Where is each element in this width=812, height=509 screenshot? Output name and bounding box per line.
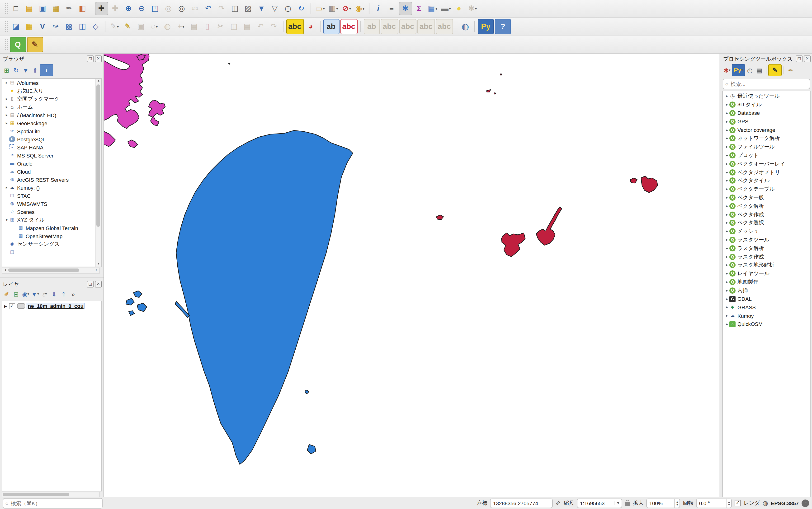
toolbox-group-item[interactable]: ▸ ベクタ一般 — [723, 193, 810, 202]
expander-icon[interactable]: ▸ — [4, 303, 7, 309]
panel-overflow-button[interactable]: » — [68, 290, 78, 299]
map-canvas[interactable] — [104, 54, 719, 497]
expander-icon[interactable]: ▸ — [725, 153, 729, 158]
filter-legend-button[interactable]: ▼ ▾ — [30, 290, 40, 299]
project-new-button[interactable]: □ — [10, 2, 22, 15]
expander-icon[interactable]: ▸ — [725, 297, 729, 301]
expander-icon[interactable]: ▸ — [725, 128, 729, 132]
locator-search-input[interactable] — [10, 500, 100, 506]
toolbox-group-item[interactable]: ▸ プロット — [723, 151, 810, 160]
toolbox-group-item[interactable]: ▸ ベクタジオメトリ — [723, 168, 810, 176]
expander-icon[interactable]: ▸ — [725, 111, 729, 115]
float-panel-icon[interactable]: ◱ — [87, 56, 94, 62]
toolbox-group-item[interactable]: ▸ GDAL — [723, 295, 810, 303]
new-gpx-layer-button[interactable]: ◇ — [90, 21, 102, 33]
data-source-manager-button[interactable]: ◪ — [10, 21, 22, 33]
browser-vertical-scrollbar[interactable]: ▴ ▾ — [95, 79, 101, 267]
expand-all-button[interactable]: ⇓ — [50, 290, 59, 299]
expander-icon[interactable]: ▸ — [4, 121, 9, 125]
redo-button[interactable]: ↷ — [268, 21, 280, 33]
toolbox-group-item[interactable]: ▸ ベクタオーバーレイ — [723, 160, 810, 168]
toolbox-options-button[interactable]: ✒ — [786, 65, 795, 75]
toolbar-button[interactable] — [475, 21, 475, 32]
senkaku-dot[interactable] — [494, 93, 496, 94]
expander-icon[interactable]: ▸ — [725, 204, 729, 208]
pan-to-selection-button[interactable]: ✚ — [109, 2, 122, 15]
select-features-button[interactable]: ▭ ▾ — [314, 2, 326, 15]
green-island[interactable] — [305, 390, 308, 394]
toolbox-group-item[interactable]: ▸ ベクタ選択 — [723, 219, 810, 227]
toggle-editing-button[interactable]: ✎ — [122, 21, 134, 33]
toolbox-group-item[interactable]: ▸ 内挿 — [723, 286, 810, 295]
toolbox-group-item[interactable]: ▸ Database — [723, 109, 810, 117]
project-save-button[interactable]: ▣ — [37, 2, 49, 15]
vertex-tool-button[interactable]: + ▾ — [175, 21, 187, 33]
expander-icon[interactable]: ▸ — [725, 271, 729, 276]
browser-item[interactable]: SAP HANA — [2, 143, 96, 151]
multiedit-attributes-button[interactable]: ▤ — [188, 21, 200, 33]
toolbar-button[interactable] — [92, 3, 92, 14]
browser-item[interactable] — [2, 248, 96, 256]
browser-item[interactable]: ▸ GeoPackage — [2, 119, 96, 127]
expander-icon[interactable]: ▸ — [725, 136, 729, 141]
toolbar-button[interactable] — [320, 21, 320, 32]
toolbox-group-item[interactable]: ▸ ベクタタイル — [723, 176, 810, 185]
feature-action-button[interactable]: ✱ ▾ — [466, 2, 479, 15]
browser-item[interactable]: センサーシングス — [2, 240, 96, 248]
browser-item[interactable]: WMS/WMTS — [2, 200, 96, 208]
map-style-plugin-button[interactable]: ✎ — [27, 37, 43, 52]
select-by-location-button[interactable]: ◉ ▾ — [354, 2, 366, 15]
float-panel-icon[interactable]: ◱ — [87, 281, 94, 287]
coordinate-input[interactable]: 13288356,2705774 — [490, 498, 553, 508]
expander-icon[interactable]: ▸ — [725, 162, 729, 166]
expander-icon[interactable]: ▸ — [725, 313, 729, 318]
browser-item[interactable]: Oracle — [2, 159, 96, 167]
browser-item[interactable]: ArcGIS REST Servers — [2, 175, 96, 183]
scale-combo[interactable]: 1:1695653 ▼ — [577, 498, 622, 508]
browser-properties-button[interactable]: i — [40, 64, 53, 76]
toolbar-drag-handle[interactable] — [5, 39, 8, 50]
browser-item[interactable]: ▸ ホーム — [2, 103, 96, 111]
expander-icon[interactable]: ▸ — [4, 185, 9, 190]
layer-row[interactable]: ▸ ✓ ne_10m_admin_0_cou — [2, 301, 101, 311]
layer-diagram-button[interactable]: ◕ — [305, 21, 317, 33]
browser-item[interactable]: STAC — [2, 192, 96, 200]
browser-refresh-button[interactable]: ↻ — [11, 65, 21, 75]
toolbar-button[interactable] — [105, 21, 105, 32]
stepper-arrows-icon[interactable]: ▲▼ — [726, 499, 731, 507]
edit-in-place-button[interactable]: ✎ — [768, 64, 782, 76]
filter-expression-button[interactable]: ε ▾ — [40, 290, 50, 299]
layout-manager-button[interactable]: ▦ — [50, 2, 62, 15]
zoom-out-button[interactable]: ⊖ — [136, 2, 148, 15]
new-geopackage-layer-button[interactable]: ▦ — [23, 21, 36, 33]
expander-icon[interactable]: ▸ — [725, 322, 729, 326]
expander-icon[interactable]: ▸ — [725, 196, 729, 200]
browser-item[interactable]: Cloud — [2, 167, 96, 175]
layer-visibility-button[interactable]: ◉ ▾ — [21, 290, 30, 299]
current-edits-button[interactable]: ✎ ▾ — [108, 21, 121, 33]
highlight-labels-button[interactable]: abc — [340, 19, 357, 34]
scrollbar-thumb[interactable] — [3, 493, 69, 496]
browser-item[interactable]: ▸ / (Macintosh HD) — [2, 111, 96, 119]
change-label-button[interactable]: abc — [436, 19, 453, 34]
messages-icon[interactable]: ⋯ — [802, 499, 809, 507]
delete-selected-button[interactable]: ▯ — [201, 21, 214, 33]
zoom-in-button[interactable]: ⊕ — [123, 2, 135, 15]
expander-icon[interactable]: ▸ — [725, 288, 729, 293]
pin-unpin-label-button[interactable]: ab — [364, 19, 380, 34]
close-panel-icon[interactable]: ✕ — [95, 281, 102, 287]
toolbox-group-item[interactable]: ▸ ベクタ解析 — [723, 202, 810, 210]
expander-icon[interactable]: ▸ — [725, 229, 729, 233]
toolbox-group-item[interactable]: ▸ ラスタ地形解析 — [723, 261, 810, 269]
expander-icon[interactable]: ▸ — [725, 280, 729, 284]
scroll-up-icon[interactable]: ▴ — [96, 79, 101, 83]
toolbox-group-item[interactable]: ▸ GPS — [723, 117, 810, 126]
models-button[interactable]: ✱ ▾ — [722, 65, 732, 75]
browser-filter-button[interactable]: ▼ — [21, 65, 30, 75]
panel-toolbar-button[interactable] — [783, 66, 784, 74]
magnifier-stepper[interactable]: 100% ▲▼ — [647, 498, 680, 508]
toolbox-group-item[interactable]: ▸ Vector coverage — [723, 126, 810, 134]
expander-icon[interactable]: ▸ — [725, 212, 729, 216]
pan-map-button[interactable]: ✚ — [95, 2, 108, 15]
undo-button[interactable]: ↶ — [254, 21, 267, 33]
